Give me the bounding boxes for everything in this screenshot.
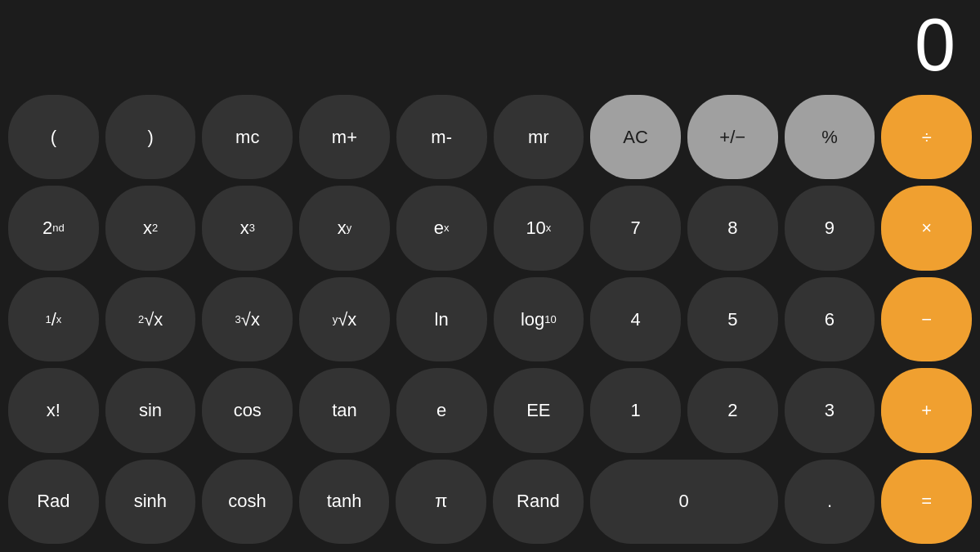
row-3: x!sincostaneEE123+: [8, 368, 972, 452]
button-plus[interactable]: +: [881, 368, 972, 452]
row-2: 1/x2√x3√xy√xlnlog10456−: [8, 277, 972, 361]
button-divide[interactable]: ÷: [881, 95, 972, 179]
button-mminus[interactable]: m-: [396, 95, 487, 179]
button-e[interactable]: e: [396, 368, 487, 452]
button-minus[interactable]: −: [881, 277, 972, 361]
button-1[interactable]: 1: [590, 368, 681, 452]
button-pi[interactable]: π: [396, 460, 486, 544]
button-tan[interactable]: tan: [299, 368, 390, 452]
button-3[interactable]: 3: [785, 368, 875, 452]
row-1: 2ndx2x3xyex10x789×: [8, 186, 972, 270]
button-10x[interactable]: 10x: [494, 186, 584, 270]
button-cosh[interactable]: cosh: [202, 460, 293, 544]
button-4[interactable]: 4: [590, 277, 681, 361]
button-ee[interactable]: EE: [494, 368, 584, 452]
button-5[interactable]: 5: [687, 277, 778, 361]
button-9[interactable]: 9: [785, 186, 875, 270]
button-open-paren[interactable]: (: [8, 95, 99, 179]
keypad: ()mcm+m-mrAC+/−%÷2ndx2x3xyex10x789×1/x2√…: [0, 90, 980, 552]
button-mc[interactable]: mc: [202, 95, 293, 179]
button-ln[interactable]: ln: [396, 277, 487, 361]
button-plusminus[interactable]: +/−: [687, 95, 778, 179]
button-1x[interactable]: 1/x: [8, 277, 99, 361]
button-ex[interactable]: ex: [396, 186, 487, 270]
button-ac[interactable]: AC: [590, 95, 681, 179]
button-rad[interactable]: Rad: [8, 460, 99, 544]
button-cos[interactable]: cos: [202, 368, 293, 452]
button-rand[interactable]: Rand: [493, 460, 584, 544]
button-sinh[interactable]: sinh: [105, 460, 196, 544]
button-sqrt3[interactable]: 3√x: [202, 277, 293, 361]
button-sqrty[interactable]: y√x: [299, 277, 390, 361]
button-close-paren[interactable]: ): [105, 95, 196, 179]
button-6[interactable]: 6: [785, 277, 875, 361]
button-equals[interactable]: =: [881, 460, 972, 544]
display: 0: [0, 0, 980, 90]
button-decimal[interactable]: .: [785, 460, 875, 544]
button-sin[interactable]: sin: [105, 368, 196, 452]
button-0[interactable]: 0: [590, 460, 778, 544]
button-2nd[interactable]: 2nd: [8, 186, 99, 270]
button-xy[interactable]: xy: [299, 186, 390, 270]
button-sqrt2[interactable]: 2√x: [105, 277, 196, 361]
button-xsq[interactable]: x2: [105, 186, 196, 270]
display-value: 0: [915, 8, 955, 82]
button-percent[interactable]: %: [785, 95, 875, 179]
button-xfact[interactable]: x!: [8, 368, 99, 452]
button-8[interactable]: 8: [687, 186, 778, 270]
button-log10[interactable]: log10: [494, 277, 584, 361]
row-0: ()mcm+m-mrAC+/−%÷: [8, 95, 972, 179]
button-multiply[interactable]: ×: [881, 186, 972, 270]
button-tanh[interactable]: tanh: [299, 460, 390, 544]
button-2[interactable]: 2: [687, 368, 778, 452]
row-4: RadsinhcoshtanhπRand0.=: [8, 460, 972, 544]
button-xcube[interactable]: x3: [202, 186, 293, 270]
button-mplus[interactable]: m+: [299, 95, 390, 179]
button-mr[interactable]: mr: [494, 95, 584, 179]
button-7[interactable]: 7: [590, 186, 681, 270]
